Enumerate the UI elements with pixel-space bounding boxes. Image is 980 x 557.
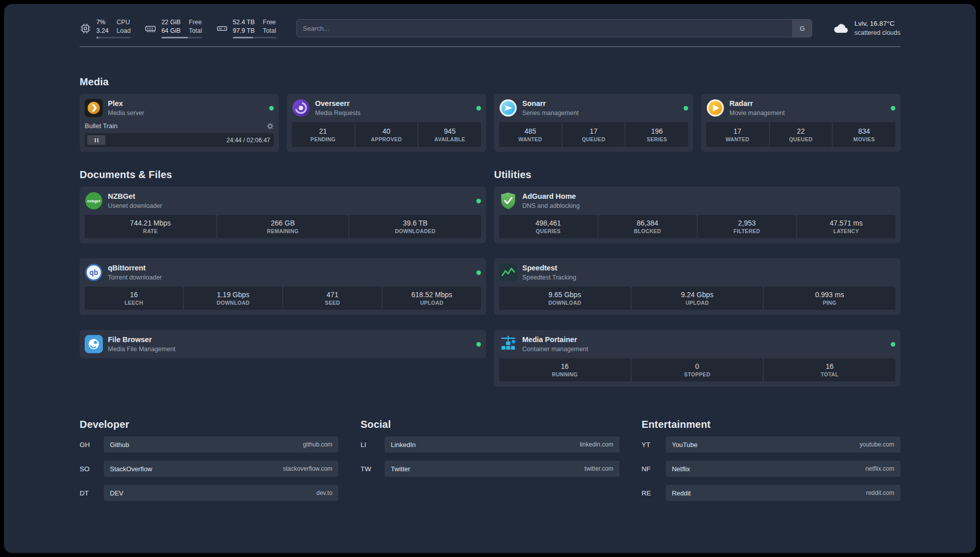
search-input[interactable]: [297, 20, 792, 37]
memory-total-value: 64 GiB: [161, 27, 180, 35]
cpu-load-value: 3.24: [96, 27, 108, 35]
status-dot: [476, 106, 481, 110]
stat-tile: 40 APPROVED: [355, 122, 418, 147]
bookmark-row: SO StackOverflow stackoverflow.com: [80, 461, 338, 477]
playback-bar: 24:44 / 02:06:47: [85, 133, 274, 147]
svg-text:qb: qb: [90, 269, 98, 276]
bookmark-twitter[interactable]: Twitter twitter.com: [385, 461, 619, 477]
service-card-overseerr[interactable]: Overseerr Media Requests 21 PENDING 40 A…: [287, 94, 486, 152]
bookmark-youtube[interactable]: YouTube youtube.com: [666, 436, 900, 453]
cpu-progress-fill: [96, 37, 99, 38]
status-dot: [891, 106, 895, 110]
stat-tile: 0.993 ms PING: [764, 287, 895, 310]
stat-tile: 266 GB REMAINING: [217, 215, 349, 238]
cpu-usage-percent: 7%: [96, 18, 108, 26]
status-dot: [269, 106, 274, 110]
group-title-entertainment: Entertainment: [642, 419, 900, 430]
bookmark-netflix[interactable]: Netflix netflix.com: [666, 461, 900, 477]
stat-tile: 16 TOTAL: [764, 358, 895, 381]
service-card-speedtest[interactable]: Speedtest Speedtest Tracking 9.65 Gbps D…: [494, 258, 900, 315]
service-card-filebrowser[interactable]: File Browser Media File Management: [80, 330, 486, 358]
bookmark-abbr: LI: [360, 441, 385, 449]
weather-location: Lviv, 16.87°C: [854, 19, 900, 28]
memory-progress-fill: [161, 37, 188, 38]
memory-total-label: Total: [189, 27, 202, 35]
group-title-documents: Documents & Files: [80, 169, 486, 181]
sonarr-icon: [499, 99, 517, 117]
memory-icon: [145, 23, 156, 34]
stat-tile: 16 LEECH: [85, 287, 183, 310]
top-bar: 7% 3.24 CPU Load: [80, 16, 900, 40]
disk-icon: [216, 23, 228, 34]
service-card-adguard[interactable]: AdGuard Home DNS and adblocking 498,461 …: [494, 187, 900, 243]
bookmark-linkedin[interactable]: LinkedIn linkedin.com: [385, 436, 619, 453]
stat-tile: 618.52 Mbps UPLOAD: [383, 287, 481, 310]
service-card-portainer[interactable]: Media Portainer Container management 16 …: [494, 330, 900, 386]
stat-tile: 0 STOPPED: [632, 358, 763, 381]
search-provider-button[interactable]: G: [792, 20, 812, 37]
dashboard-window: 7% 3.24 CPU Load: [4, 4, 976, 553]
bookmark-group-entertainment: Entertainment YT YouTube youtube.com NF …: [642, 419, 900, 509]
service-card-radarr[interactable]: Radarr Movie management 17 WANTED 22 QUE…: [701, 94, 900, 152]
status-dot: [476, 270, 481, 275]
service-name: Plex: [108, 99, 144, 108]
group-title-utilities: Utilities: [494, 169, 900, 181]
bookmark-row: YT YouTube youtube.com: [642, 436, 900, 453]
bookmark-abbr: NF: [642, 465, 666, 473]
bookmark-stackoverflow[interactable]: StackOverflow stackoverflow.com: [104, 461, 338, 477]
overseerr-icon: [292, 99, 310, 117]
bookmark-row: GH Github github.com: [80, 436, 338, 453]
plex-icon: [85, 99, 103, 117]
service-card-qbittorrent[interactable]: qb qBittorrent Torrent downloader 16 LEE…: [80, 258, 486, 315]
service-card-plex[interactable]: Plex Media server Bullet Train: [80, 94, 279, 152]
bookmark-reddit[interactable]: Reddit reddit.com: [666, 485, 900, 501]
service-name: Radarr: [729, 99, 785, 108]
service-card-sonarr[interactable]: Sonarr Series management 485 WANTED 17 Q…: [494, 94, 693, 152]
status-dot: [476, 342, 481, 347]
stat-tile: 744.21 Mbps RATE: [85, 215, 216, 238]
stat-tile: 86,384 BLOCKED: [598, 215, 697, 238]
filebrowser-icon: [85, 335, 103, 353]
bookmark-group-social: Social LI LinkedIn linkedin.com TW Twitt…: [360, 419, 619, 485]
stat-tile: 471 SEED: [283, 287, 382, 310]
bookmark-github[interactable]: Github github.com: [104, 436, 338, 453]
status-dot: [684, 106, 688, 110]
stat-tile: 21 PENDING: [292, 122, 354, 147]
bookmark-row: DT DEV dev.to: [80, 485, 338, 501]
group-title-media: Media: [80, 76, 900, 88]
stat-tile: 16 RUNNING: [499, 358, 631, 381]
svg-text:nzbget: nzbget: [87, 199, 100, 203]
cloud-icon: [832, 22, 849, 34]
now-playing-title: Bullet Train: [85, 122, 117, 130]
speedtest-icon: [499, 263, 517, 282]
disk-free-value: 52.4 TB: [233, 18, 255, 26]
bookmark-abbr: GH: [80, 441, 104, 449]
resource-cpu: 7% 3.24 CPU Load: [80, 18, 131, 38]
stat-tile: 945 AVAILABLE: [418, 122, 481, 147]
cpu-icon: [80, 23, 91, 34]
stat-tile: 17 WANTED: [706, 122, 769, 147]
service-name: File Browser: [108, 336, 175, 344]
service-card-nzbget[interactable]: nzbget NZBGet Usenet downloader 744.21 M…: [80, 187, 486, 243]
service-name: Speedtest: [522, 264, 576, 272]
weather-widget: Lviv, 16.87°C scattered clouds: [832, 19, 900, 37]
stat-tile: 47.571 ms LATENCY: [797, 215, 895, 238]
service-name: Overseerr: [315, 99, 360, 108]
group-documents: Documents & Files nzbget NZBGet Usenet d: [80, 169, 486, 358]
service-name: Sonarr: [522, 99, 579, 108]
bookmark-abbr: TW: [360, 465, 385, 473]
radarr-icon: [706, 99, 724, 117]
bookmark-row: NF Netflix netflix.com: [642, 461, 900, 477]
playback-time: 24:44 / 02:06:47: [226, 137, 270, 144]
bookmark-abbr: SO: [80, 465, 104, 473]
plex-now-playing-widget: Bullet Train 24:44 / 02:06:47: [85, 122, 274, 147]
bookmark-dev[interactable]: DEV dev.to: [104, 485, 338, 501]
nzbget-icon: nzbget: [85, 192, 103, 210]
cpu-load-label: Load: [116, 27, 131, 35]
service-subtitle: Container management: [522, 346, 588, 353]
pause-button[interactable]: [87, 135, 105, 145]
disk-free-label: Free: [263, 18, 276, 26]
service-subtitle: Speedtest Tracking: [522, 274, 576, 281]
bookmark-group-developer: Developer GH Github github.com SO StackO…: [80, 419, 338, 509]
gear-icon[interactable]: [267, 123, 274, 130]
